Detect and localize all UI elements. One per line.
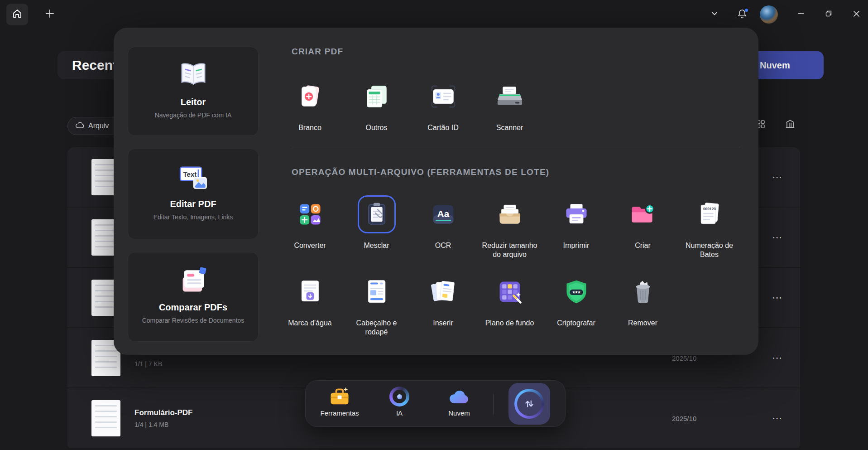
avatar[interactable] <box>760 5 778 24</box>
tool-compress[interactable]: Reduzir tamanho do arquivo <box>476 197 543 259</box>
reader-card[interactable]: Leitor Navegação de PDF com IA <box>128 47 259 136</box>
tool-label: OCR <box>435 241 451 250</box>
dock-item-tools[interactable]: Ferramentas <box>317 386 362 417</box>
tool-header-footer[interactable]: Cabeçalho e rodapé <box>343 274 410 337</box>
file-date: 2025/10 <box>672 354 696 362</box>
edit-pdf-card[interactable]: Text Editar PDF Editar Texto, Imagens, L… <box>128 149 259 239</box>
tool-scanner[interactable]: Scanner <box>476 79 543 132</box>
file-meta: 1/4 | 1.4 MB <box>134 421 192 428</box>
watermark-icon <box>293 274 328 310</box>
tool-merge[interactable]: Mesclar <box>343 197 410 259</box>
notifications-button[interactable] <box>733 5 751 24</box>
row-menu-button[interactable]: ⋯ <box>767 288 787 308</box>
tool-id-card[interactable]: Cartão ID <box>410 79 476 132</box>
tool-create[interactable]: Criar <box>609 197 676 259</box>
tool-label: Marca d'água <box>288 319 331 328</box>
dock-label: IA <box>396 409 403 417</box>
dock-label: Nuvem <box>448 409 470 417</box>
tool-print[interactable]: Imprimir <box>543 197 609 259</box>
tools-mega-panel: Leitor Navegação de PDF com IA Text Edit… <box>114 28 758 355</box>
others-icon <box>359 79 394 114</box>
row-menu-button[interactable]: ⋯ <box>767 348 787 368</box>
background-icon <box>492 274 528 310</box>
home-button[interactable] <box>6 4 28 25</box>
edit-pdf-card-title: Editar PDF <box>170 199 216 209</box>
print-icon <box>559 197 594 232</box>
home-icon <box>12 8 23 21</box>
notification-dot <box>745 9 748 12</box>
dock-divider <box>493 394 494 414</box>
tool-encrypt[interactable]: *** Criptografar <box>543 274 609 337</box>
tool-ocr[interactable]: Aa OCR <box>410 197 476 259</box>
ellipsis-icon: ⋯ <box>772 352 782 364</box>
restore-icon <box>825 10 832 19</box>
ellipsis-icon: ⋯ <box>772 171 782 183</box>
tool-blank[interactable]: Branco <box>277 79 343 132</box>
tool-label: Mesclar <box>364 241 389 250</box>
tool-label: Converter <box>294 241 326 250</box>
compress-icon <box>492 197 528 232</box>
file-thumbnail <box>91 400 120 436</box>
merge-icon <box>359 197 394 232</box>
row-menu-button[interactable]: ⋯ <box>767 227 787 247</box>
file-date: 2025/10 <box>672 414 696 422</box>
batch-grid-row1: Converter Mesclar <box>277 197 743 259</box>
tool-remove[interactable]: Remover <box>609 274 676 337</box>
new-tab-button[interactable] <box>43 8 56 21</box>
tool-label: Scanner <box>496 123 523 132</box>
ocr-icon: Aa <box>426 197 461 232</box>
titlebar <box>0 0 868 29</box>
tool-label: Branco <box>298 123 321 132</box>
file-meta: 1/1 | 7 KB <box>134 360 162 368</box>
minimize-button[interactable] <box>792 5 810 24</box>
tool-label: Remover <box>628 319 657 328</box>
batch-section-header: OPERAÇÃO MULTI-ARQUIVO (FERRAMENTAS DE L… <box>292 167 549 177</box>
tool-background[interactable]: Plano de fundo <box>476 274 543 337</box>
compare-pdfs-card-title: Comparar PDFs <box>159 302 227 313</box>
tool-insert[interactable]: Inserir <box>410 274 476 337</box>
create-folder-icon <box>625 197 661 232</box>
close-button[interactable] <box>847 5 865 24</box>
tool-watermark[interactable]: Marca d'água <box>277 274 343 337</box>
tool-label: Reduzir tamanho do arquivo <box>478 241 542 259</box>
chevron-down-icon <box>710 10 719 19</box>
library-view-icon <box>784 118 796 132</box>
create-pdf-grid: Branco Outros <box>277 79 543 132</box>
filter-label: Arquiv <box>88 122 109 130</box>
insert-icon <box>426 274 461 310</box>
row-menu-button[interactable]: ⋯ <box>767 167 787 187</box>
row-menu-button[interactable]: ⋯ <box>767 408 787 428</box>
create-pdf-header: CRIAR PDF <box>292 47 343 57</box>
dropdown-chevron-button[interactable] <box>705 5 724 24</box>
ai-orb-icon <box>389 386 409 407</box>
compare-pdfs-card[interactable]: Comparar PDFs Comparar Revisões de Docum… <box>128 252 259 342</box>
minimize-icon <box>797 10 805 19</box>
ellipsis-icon: ⋯ <box>772 412 782 424</box>
tool-label: Cartão ID <box>427 123 458 132</box>
restore-button[interactable] <box>820 5 838 24</box>
sync-button[interactable] <box>508 383 550 425</box>
ellipsis-icon: ⋯ <box>772 232 782 243</box>
library-view-button[interactable] <box>781 116 799 134</box>
dock-item-ai[interactable]: IA <box>377 386 422 417</box>
scanner-icon <box>492 79 528 114</box>
edit-pdf-card-subtitle: Editar Texto, Imagens, Links <box>147 213 240 221</box>
dock-item-cloud[interactable]: Nuvem <box>436 386 482 417</box>
edit-text-icon: Text <box>177 159 209 194</box>
tool-label: Plano de fundo <box>485 319 534 328</box>
tool-label: Cabeçalho e rodapé <box>345 319 408 337</box>
svg-text:Aa: Aa <box>437 208 449 219</box>
file-name: Formulário-PDF <box>134 408 192 417</box>
encrypt-shield-icon: *** <box>559 274 594 310</box>
bottom-dock: Ferramentas IA Nuvem <box>305 380 566 427</box>
sync-ring-icon <box>514 389 544 419</box>
tool-converter[interactable]: Converter <box>277 197 343 259</box>
reader-card-title: Leitor <box>181 97 206 107</box>
trash-icon <box>625 274 661 310</box>
tool-bates[interactable]: 000123 Numeração de Bates <box>676 197 743 259</box>
section-divider <box>292 148 740 148</box>
reader-card-subtitle: Navegação de PDF com IA <box>149 111 238 119</box>
tool-others[interactable]: Outros <box>343 79 410 132</box>
app-window: Recentes a Nuvem Arquiv ⋯ <box>0 0 868 450</box>
compare-icon <box>177 262 209 298</box>
